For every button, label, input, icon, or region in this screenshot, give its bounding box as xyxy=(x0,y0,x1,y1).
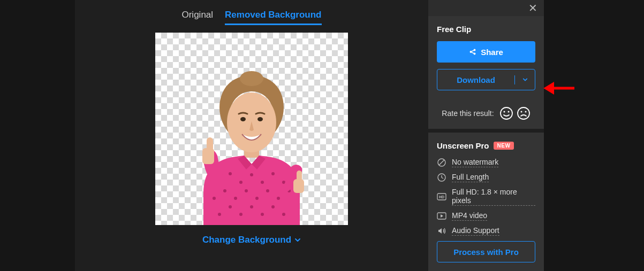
sidebar: ✕ Free Clip Share Download Rate t xyxy=(428,0,544,271)
feature-label: Full Length xyxy=(452,173,489,182)
change-background-button[interactable]: Change Background xyxy=(202,235,301,245)
new-badge: NEW xyxy=(494,142,514,150)
svg-point-20 xyxy=(218,213,221,216)
svg-point-6 xyxy=(229,172,232,175)
svg-point-21 xyxy=(229,205,232,208)
rate-result-row: Rate this result: xyxy=(437,106,535,120)
svg-text:HD: HD xyxy=(439,195,444,199)
svg-point-23 xyxy=(250,205,253,208)
svg-point-3 xyxy=(240,117,246,121)
svg-point-14 xyxy=(234,197,237,200)
rate-label: Rate this result: xyxy=(442,109,494,118)
svg-point-10 xyxy=(271,172,275,175)
feature-full-length: Full Length xyxy=(437,173,535,182)
svg-point-15 xyxy=(245,189,248,192)
svg-point-8 xyxy=(250,173,253,176)
tab-original[interactable]: Original xyxy=(181,10,213,25)
tab-removed-background[interactable]: Removed Background xyxy=(225,10,321,25)
svg-point-7 xyxy=(239,181,243,184)
svg-point-35 xyxy=(503,111,505,113)
feature-no-watermark: No watermark xyxy=(437,158,535,167)
process-with-pro-button[interactable]: Process with Pro xyxy=(437,241,535,262)
svg-line-41 xyxy=(439,160,444,165)
play-icon xyxy=(437,211,446,221)
main-panel: Original Removed Background xyxy=(75,0,428,271)
svg-point-4 xyxy=(257,117,263,121)
clock-icon xyxy=(437,173,446,182)
result-modal: Original Removed Background xyxy=(75,0,544,271)
svg-point-36 xyxy=(507,111,509,113)
feature-label: Audio Support xyxy=(452,226,499,236)
process-pro-label: Process with Pro xyxy=(453,247,519,257)
svg-rect-28 xyxy=(207,137,213,151)
preview-canvas xyxy=(155,33,348,225)
download-button[interactable]: Download xyxy=(437,69,535,90)
pro-title: Unscreen Pro xyxy=(437,141,489,150)
svg-point-17 xyxy=(266,189,269,192)
share-label: Share xyxy=(481,48,503,57)
svg-rect-30 xyxy=(297,171,302,182)
share-button[interactable]: Share xyxy=(437,41,535,63)
svg-point-9 xyxy=(261,181,264,184)
svg-point-25 xyxy=(271,205,275,208)
no-watermark-icon xyxy=(437,158,446,167)
preview-person-illustration xyxy=(166,54,337,225)
chevron-down-icon xyxy=(522,77,528,82)
svg-point-12 xyxy=(213,197,216,200)
audio-icon xyxy=(437,226,446,236)
feature-audio: Audio Support xyxy=(437,226,535,236)
feature-label: Full HD: 1.8 × more pixels xyxy=(452,188,535,206)
svg-point-16 xyxy=(255,197,259,200)
thumbs-up-happy-icon[interactable] xyxy=(499,106,513,120)
close-icon[interactable]: ✕ xyxy=(528,3,537,13)
section-divider xyxy=(428,129,544,133)
svg-point-24 xyxy=(261,213,264,216)
feature-label: No watermark xyxy=(452,158,498,167)
hd-icon: HD xyxy=(437,192,446,202)
download-label: Download xyxy=(457,75,495,84)
svg-point-13 xyxy=(223,189,226,192)
change-background-label: Change Background xyxy=(202,235,291,245)
feature-mp4: MP4 video xyxy=(437,211,535,221)
pro-header: Unscreen Pro NEW xyxy=(437,141,535,150)
svg-point-18 xyxy=(277,197,280,200)
annotation-arrow-icon xyxy=(543,79,575,97)
free-clip-title: Free Clip xyxy=(437,25,535,34)
feature-label: MP4 video xyxy=(452,211,487,221)
share-icon xyxy=(469,48,476,56)
svg-point-0 xyxy=(240,71,263,86)
pro-section: Unscreen Pro NEW No watermark Full Lengt… xyxy=(428,133,544,271)
feature-full-hd: HD Full HD: 1.8 × more pixels xyxy=(437,188,535,206)
download-dropdown-toggle[interactable] xyxy=(514,75,535,84)
tabs: Original Removed Background xyxy=(181,10,321,25)
chevron-down-icon xyxy=(294,237,301,243)
svg-point-34 xyxy=(501,107,512,119)
svg-point-39 xyxy=(525,111,526,113)
svg-point-37 xyxy=(518,107,529,119)
sidebar-header: ✕ xyxy=(428,0,544,16)
svg-point-38 xyxy=(520,111,522,113)
download-main[interactable]: Download xyxy=(437,75,514,84)
svg-point-22 xyxy=(239,213,243,216)
svg-point-26 xyxy=(282,213,285,216)
free-clip-section: Free Clip Share Download Rate this resul… xyxy=(428,16,544,129)
thumbs-down-sad-icon[interactable] xyxy=(517,106,531,120)
